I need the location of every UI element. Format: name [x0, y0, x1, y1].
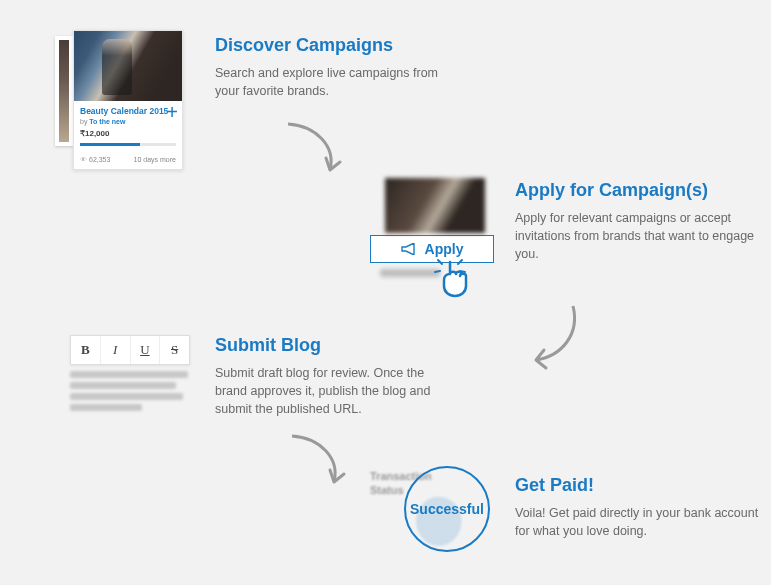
- apply-label: Apply: [425, 241, 464, 257]
- editor-toolbar: B I U S: [70, 335, 190, 365]
- campaign-image: [74, 31, 182, 101]
- plus-icon: +: [166, 105, 178, 119]
- step3-desc: Submit draft blog for review. Once the b…: [215, 364, 445, 418]
- step1-desc: Search and explore live campaigns from y…: [215, 64, 455, 100]
- step3-title: Submit Blog: [215, 335, 445, 356]
- campaign-price: ₹12,000: [80, 129, 176, 138]
- cursor-icon: [430, 256, 472, 298]
- megaphone-icon: [401, 243, 417, 255]
- view-count: 62,353: [80, 156, 110, 163]
- success-text: Successful: [410, 501, 484, 517]
- apply-illustration: Apply: [370, 178, 500, 277]
- campaign-by: by To the new: [80, 118, 176, 125]
- step1-title: Discover Campaigns: [215, 35, 455, 56]
- days-left: 10 days more: [134, 156, 176, 163]
- arrow-2: [518, 300, 588, 380]
- strike-button[interactable]: S: [160, 336, 189, 364]
- success-badge: Successful: [404, 466, 490, 552]
- campaign-card: + Beauty Calendar 2015 by To the new ₹12…: [73, 30, 183, 170]
- step2-title: Apply for Campaign(s): [515, 180, 760, 201]
- underline-button[interactable]: U: [131, 336, 161, 364]
- editor-blurtext: [70, 371, 190, 411]
- campaign-name: Beauty Calendar 2015: [80, 106, 176, 116]
- paid-h2: Status: [370, 484, 404, 496]
- apply-image: [385, 178, 485, 233]
- progress-bar: [80, 143, 176, 146]
- editor-illustration: B I U S: [70, 335, 190, 415]
- card-bg: [55, 36, 73, 146]
- paid-illustration: Transaction Status Successful: [370, 470, 490, 570]
- arrow-1: [276, 118, 356, 188]
- step4-title: Get Paid!: [515, 475, 760, 496]
- step2-desc: Apply for relevant campaigns or accept i…: [515, 209, 760, 263]
- arrow-3: [280, 430, 360, 500]
- step4-desc: Voila! Get paid directly in your bank ac…: [515, 504, 760, 540]
- italic-button[interactable]: I: [101, 336, 131, 364]
- bold-button[interactable]: B: [71, 336, 101, 364]
